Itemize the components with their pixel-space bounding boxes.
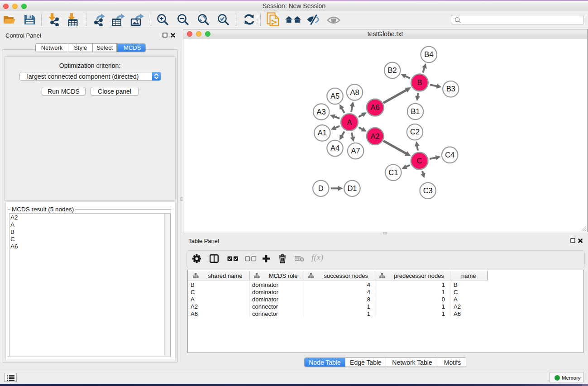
svg-text:B3: B3 — [446, 85, 455, 93]
svg-text:B2: B2 — [388, 66, 397, 74]
svg-text:A1: A1 — [318, 129, 327, 137]
svg-text:B: B — [417, 78, 422, 86]
svg-text:A4: A4 — [330, 144, 339, 152]
svg-text:B4: B4 — [424, 50, 433, 58]
svg-text:A2: A2 — [371, 132, 380, 140]
svg-text:C3: C3 — [423, 186, 433, 195]
svg-text:A: A — [347, 118, 352, 126]
svg-text:A6: A6 — [371, 103, 380, 111]
svg-text:A3: A3 — [317, 108, 326, 116]
svg-text:D: D — [318, 184, 324, 192]
svg-text:A7: A7 — [351, 147, 360, 155]
svg-text:C4: C4 — [445, 151, 454, 159]
svg-text:A8: A8 — [350, 88, 359, 96]
svg-text:C1: C1 — [388, 168, 398, 176]
svg-text:D1: D1 — [347, 184, 357, 192]
svg-text:C: C — [417, 157, 422, 165]
svg-text:C2: C2 — [410, 128, 420, 136]
svg-text:B1: B1 — [411, 107, 420, 115]
svg-text:A5: A5 — [330, 92, 339, 100]
